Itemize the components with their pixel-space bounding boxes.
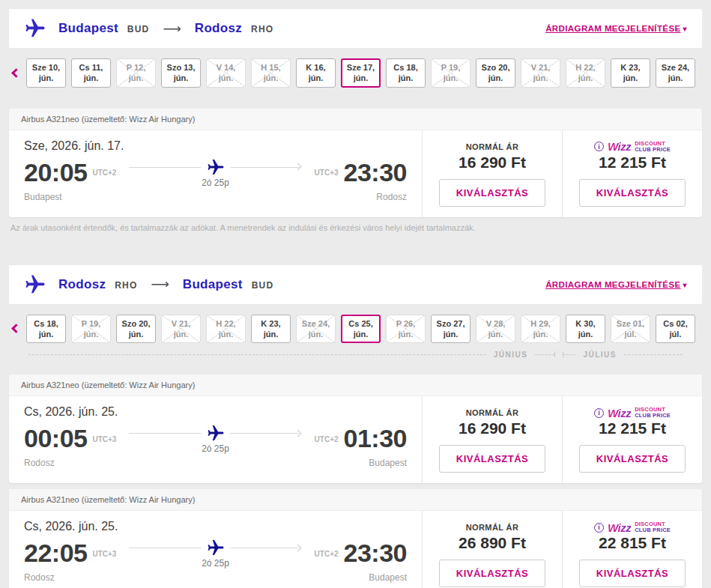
normal-price-value: 26 890 Ft	[459, 534, 526, 552]
date-chip-month: jún.	[477, 329, 514, 339]
date-chip[interactable]: Sze 10, jún.	[26, 58, 66, 88]
date-chip-month: jún.	[297, 329, 334, 339]
chevron-left-icon	[11, 324, 21, 334]
date-chip-day: Cs 02,	[657, 318, 694, 329]
date-chip[interactable]: K 23, jún.	[251, 315, 291, 344]
discount-club-label-bottom: CLUB PRICE	[635, 527, 671, 533]
date-chip-day: Cs 25,	[342, 318, 379, 329]
aircraft-info: Airbus A321neo (üzemeltető: Wizz Air Hun…	[9, 109, 702, 130]
select-club-button[interactable]: KIVÁLASZTÁS	[579, 179, 686, 207]
date-chip-day: P 19,	[73, 318, 109, 329]
date-chip[interactable]: Cs 02, júl.	[656, 315, 695, 344]
date-chip[interactable]: Sze 24, jún.	[656, 58, 695, 88]
flight-duration: 2ó 25p	[129, 443, 301, 454]
wizz-logo: Wizz	[608, 140, 631, 153]
date-chip-month: jún.	[252, 73, 289, 83]
date-chip-month: jún.	[387, 73, 424, 83]
date-chip[interactable]: Sze 17, jún.	[341, 58, 381, 88]
select-club-button[interactable]: KIVÁLASZTÁS	[579, 560, 686, 587]
next-dates-button[interactable]	[701, 58, 704, 87]
departure-time: 00:05	[24, 425, 87, 452]
discount-club-label-bottom: CLUB PRICE	[635, 147, 671, 153]
date-chip[interactable]: Cs 25, jún.	[341, 315, 381, 344]
date-chip-month: jún.	[522, 329, 559, 339]
departure-utc: UTC+3	[92, 550, 116, 558]
date-chip[interactable]: Szo 20, jún.	[476, 58, 515, 88]
date-chip-month: jún.	[387, 329, 424, 339]
info-icon[interactable]: i	[594, 523, 604, 533]
normal-price-column: NORMÁL ÁR 16 290 Ft KIVÁLASZTÁS	[422, 130, 562, 217]
normal-price-label: NORMÁL ÁR	[466, 141, 519, 153]
arrival-utc: UTC+3	[315, 169, 339, 177]
prev-dates-button[interactable]	[7, 315, 21, 343]
date-chip[interactable]: Szo 27, jún.	[431, 315, 471, 344]
flight-duration: 2ó 25p	[129, 558, 301, 569]
airplane-icon	[206, 158, 225, 177]
normal-price-column: NORMÁL ÁR 26 890 Ft KIVÁLASZTÁS	[422, 511, 562, 588]
select-normal-button[interactable]: KIVÁLASZTÁS	[439, 179, 546, 207]
date-chip[interactable]: Szo 13, jún.	[161, 58, 201, 88]
flight-date: Cs, 2026. jún. 25.	[24, 520, 407, 533]
aircraft-info: Airbus A321neo (üzemeltető: Wizz Air Hun…	[9, 375, 702, 396]
select-normal-button[interactable]: KIVÁLASZTÁS	[439, 560, 546, 587]
month-divider: JÚNIUS JÚLIUS	[28, 349, 683, 360]
normal-price-value: 16 290 Ft	[459, 419, 526, 437]
club-price-value: 12 215 Ft	[599, 154, 666, 172]
normal-price-column: NORMÁL ÁR 16 290 Ft KIVÁLASZTÁS	[422, 396, 562, 483]
date-chip-month: jún.	[73, 73, 109, 83]
date-chip-month: jún.	[163, 329, 199, 339]
club-price-value: 12 215 Ft	[599, 419, 666, 437]
date-chip-month: jún.	[163, 73, 199, 83]
info-icon[interactable]: i	[594, 408, 604, 418]
date-chip-day: P 12,	[118, 62, 154, 73]
date-chip[interactable]: Szo 20, jún.	[116, 315, 156, 344]
flight-card: Airbus A321neo (üzemeltető: Wizz Air Hun…	[9, 375, 702, 483]
date-chip-month: jún.	[432, 73, 469, 83]
prev-dates-button[interactable]	[7, 58, 21, 87]
price-chart-toggle-link[interactable]: ÁRDIAGRAM MEGJELENÍTÉSE▾	[545, 280, 687, 289]
date-chip-day: V 21,	[522, 62, 559, 73]
destination-code: RHO	[251, 24, 273, 34]
date-chip-day: V 14,	[208, 62, 244, 73]
arrival-time: 01:30	[344, 425, 407, 452]
date-chip-month: jún.	[657, 73, 694, 83]
chevron-down-icon: ▾	[683, 25, 687, 33]
next-dates-button[interactable]	[701, 315, 704, 343]
date-chip-day: K 16,	[297, 62, 334, 73]
origin-city: Budapest	[58, 21, 118, 36]
date-chip-day: P 19,	[432, 62, 469, 73]
date-chip[interactable]: K 23, jún.	[611, 58, 650, 88]
outbound-route: Budapest BUD ⟶ Rodosz RHO	[24, 17, 273, 40]
price-chart-toggle-link[interactable]: ÁRDIAGRAM MEGJELENÍTÉSE▾	[545, 24, 687, 33]
date-chip: V 21, jún.	[521, 58, 560, 88]
departure-city: Budapest	[24, 192, 62, 202]
date-chip[interactable]: Cs 11, jún.	[71, 58, 111, 88]
date-chip-month: jún.	[342, 329, 379, 339]
select-club-button[interactable]: KIVÁLASZTÁS	[579, 445, 686, 473]
month-boundary-tick	[554, 351, 555, 357]
month-label-july: JÚLIUS	[583, 351, 617, 359]
date-chip-day: V 28,	[477, 318, 514, 329]
date-chip[interactable]: Cs 18, jún.	[386, 58, 426, 88]
date-chip-day: K 23,	[252, 318, 289, 329]
date-chip-month: jún.	[252, 329, 289, 339]
arrival-time: 23:30	[344, 539, 407, 567]
date-chip[interactable]: Cs 18, jún.	[26, 315, 66, 344]
destination-code: BUD	[252, 280, 274, 291]
date-chip-month: jún.	[28, 73, 64, 83]
discount-club-price-column: i Wizz DISCOUNT CLUB PRICE 22 815 Ft KIV…	[562, 511, 702, 588]
flight-path: 2ó 25p	[129, 156, 301, 190]
date-chip-month: júl.	[612, 329, 649, 339]
info-icon[interactable]: i	[594, 142, 604, 151]
outbound-date-carousel: Sze 10, jún. Cs 11, jún. P 12, jún. Szo …	[0, 48, 711, 92]
wizz-logo: Wizz	[608, 407, 631, 419]
date-chip[interactable]: K 30, jún.	[566, 315, 605, 344]
date-chip: H 22, jún.	[566, 58, 605, 88]
date-chip-day: Sze 24,	[657, 62, 694, 73]
flight-info: Cs, 2026. jún. 25. 00:05 UTC+3 2ó 25p UT…	[9, 396, 422, 483]
date-chip-month: jún.	[118, 73, 154, 83]
date-chip[interactable]: K 16, jún.	[296, 58, 336, 88]
date-chip-month: jún.	[612, 73, 649, 83]
flight-date: Cs, 2026. jún. 25.	[24, 405, 407, 419]
select-normal-button[interactable]: KIVÁLASZTÁS	[439, 445, 546, 473]
